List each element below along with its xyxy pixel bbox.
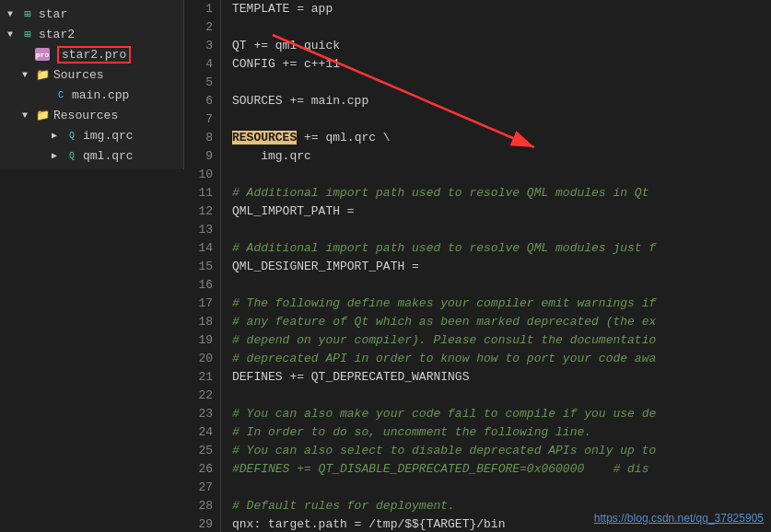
code-line-26: #DEFINES += QT_DISABLE_DEPRECATED_BEFORE… — [232, 460, 760, 479]
tree-item-sources[interactable]: 📁 Sources — [0, 64, 183, 85]
code-line-3: QT += qml quick — [232, 37, 760, 55]
code-line-11: # Additional import path used to resolve… — [232, 184, 760, 202]
code-line-6: SOURCES += main.cpp — [232, 92, 760, 110]
code-line-13 — [232, 221, 760, 239]
code-line-21: DEFINES += QT_DEPRECATED_WARNINGS — [232, 368, 760, 387]
code-line-12: QML_IMPORT_PATH = — [232, 202, 760, 221]
arrow-qmlqrc — [52, 150, 64, 161]
code-line-7 — [232, 110, 760, 129]
arrow-resources — [22, 110, 35, 121]
code-line-18: # any feature of Qt which as been marked… — [232, 313, 760, 331]
tree-item-qmlqrc[interactable]: Q qml.qrc — [0, 145, 183, 166]
code-line-9: img.qrc — [232, 147, 760, 166]
code-line-2 — [232, 18, 760, 37]
icon-star2: ⊞ — [20, 27, 35, 41]
tree-item-star2[interactable]: ⊞ star2 — [0, 24, 183, 44]
code-line-10 — [232, 166, 760, 184]
code-lines: TEMPLATE = app QT += qml quick CONFIG +=… — [221, 0, 771, 532]
code-line-8: RESOURCES += qml.qrc \ — [232, 129, 760, 147]
resources-keyword: RESOURCES — [232, 131, 297, 145]
code-line-4: CONFIG += c++11 — [232, 55, 760, 74]
label-star2: star2 — [39, 28, 75, 41]
code-line-19: # depend on your compiler). Please consu… — [232, 331, 760, 350]
label-imgqrc: img.qrc — [83, 129, 134, 143]
watermark-text: https://blog.csdn.net/qq_37825905 — [594, 512, 764, 525]
file-tree[interactable]: ⊞ star ⊞ star2 pro star2.pro — [0, 0, 184, 169]
code-line-15: QML_DESIGNER_IMPORT_PATH = — [232, 258, 760, 276]
icon-sources: 📁 — [35, 67, 50, 82]
icon-maincpp: C — [53, 87, 68, 102]
icon-star: ⊞ — [20, 6, 35, 21]
icon-resources: 📁 — [35, 108, 50, 122]
label-maincpp: main.cpp — [72, 88, 129, 102]
code-line-23: # You can also make your code fail to co… — [232, 405, 760, 423]
label-star2pro: star2.pro — [57, 46, 131, 64]
tree-item-maincpp[interactable]: C main.cpp — [0, 85, 183, 105]
code-line-1: TEMPLATE = app — [232, 0, 760, 18]
code-line-14: # Additional import path used to resolve… — [232, 239, 760, 258]
icon-qmlqrc: Q — [64, 148, 79, 163]
code-editor[interactable]: 1 2 3 4 5 6 7 8 9 10 11 12 13 14 15 16 1… — [184, 0, 771, 532]
tree-item-star2pro[interactable]: pro star2.pro — [0, 44, 183, 64]
arrow-imgqrc — [52, 130, 64, 141]
label-qmlqrc: qml.qrc — [83, 149, 134, 163]
code-line-5 — [232, 74, 760, 92]
icon-imgqrc: Q — [64, 128, 79, 143]
line-numbers: 1 2 3 4 5 6 7 8 9 10 11 12 13 14 15 16 1… — [184, 0, 221, 532]
code-line-22 — [232, 387, 760, 405]
tree-item-star[interactable]: ⊞ star — [0, 4, 183, 24]
arrow-star2 — [7, 29, 20, 40]
arrow-sources — [22, 70, 35, 80]
arrow-star — [7, 9, 20, 19]
code-line-25: # You can also select to disable depreca… — [232, 442, 760, 460]
code-line-27 — [232, 479, 760, 497]
icon-star2pro: pro — [35, 48, 50, 61]
editor-area: 1 2 3 4 5 6 7 8 9 10 11 12 13 14 15 16 1… — [184, 0, 771, 532]
tree-item-resources[interactable]: 📁 Resources — [0, 105, 183, 125]
code-line-16 — [232, 276, 760, 295]
code-line-17: # The following define makes your compil… — [232, 295, 760, 313]
label-star: star — [39, 7, 67, 21]
code-line-20: # deprecated API in order to know how to… — [232, 350, 760, 368]
label-sources: Sources — [53, 68, 104, 82]
code-line-24: # In order to do so, uncomment the follo… — [232, 423, 760, 442]
tree-item-imgqrc[interactable]: Q img.qrc — [0, 125, 183, 145]
label-resources: Resources — [53, 109, 118, 122]
